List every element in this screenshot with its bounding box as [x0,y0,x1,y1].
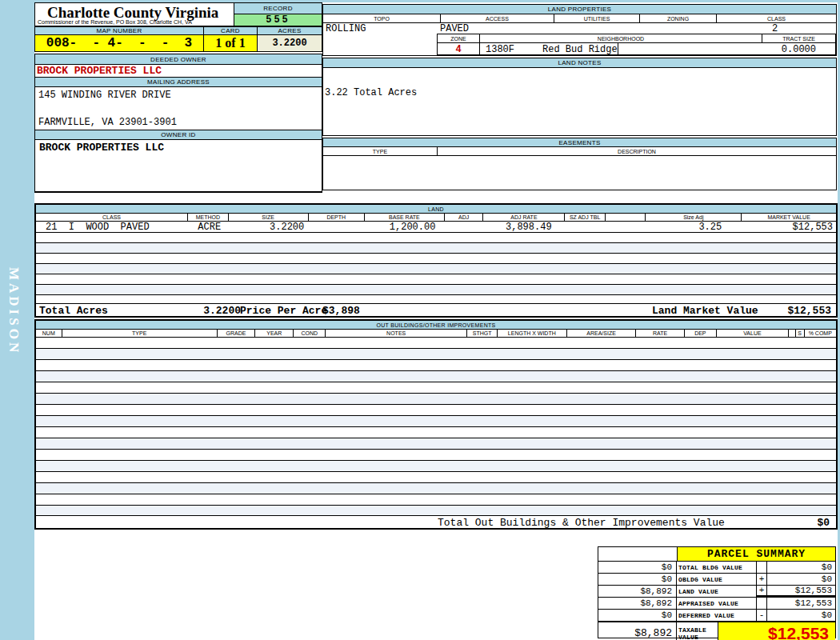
total-acres-value: 3.2200 [156,305,241,317]
deeded-owner-label: DEEDED OWNER [34,54,322,65]
access-value: PAVED [440,23,469,34]
col-tract-size: TRACT SIZE [762,34,835,42]
parcel-summary-table: PARCEL SUMMARY $0 TOTAL BLDG VALUE $0 $0… [598,546,836,638]
out-buildings-title: OUT BUILDINGS/OTHER IMPROVEMENTS [36,321,836,330]
summary-row-total-bldg: $0 TOTAL BLDG VALUE $0 [598,561,835,573]
col-depth: DEPTH [309,214,365,221]
col-easement-description: DESCRIPTION [438,147,836,155]
land-sz-adj-tbl [555,222,593,232]
county-title-box: Charlotte County Virginia Commissioner o… [34,2,234,26]
col-class: CLASS [717,14,836,22]
appraised-value: $12,553 [766,598,835,609]
taxable-left: $8,892 [598,622,677,640]
land-market-value: $12,553 [742,222,836,232]
col-size-adj: Size Adj [646,214,742,221]
parcel-summary-blank-cell [598,547,678,561]
col-s: S [796,330,805,337]
deferred-op: - [757,610,766,621]
col-rate: RATE [636,330,684,337]
col-blank [606,214,646,221]
out-buildings-total-label: Total Out Buildings & Other Improvements… [438,517,725,529]
land-notes-title: LAND NOTES [323,58,836,68]
land-label: LAND VALUE [677,586,757,597]
col-blank [789,330,796,337]
col-neighborhood: NEIGHBORHOOD [480,34,762,42]
obldg-value: $0 [766,574,835,585]
easements-title: EASEMENTS [323,138,836,147]
summary-row-land: $8,892 LAND VALUE + $12,553 [598,585,835,597]
class-value: 2 [714,23,836,34]
land-title: LAND [36,205,836,214]
summary-row-deferred: $0 DEFERRED VALUE - $0 [598,609,835,621]
neighborhood-code: 1380F [480,44,514,55]
col-area-size: AREA/SIZE [567,330,637,337]
col-topo: TOPO [323,14,441,22]
col-sz-adj-tbl: SZ ADJ TBL [565,214,606,221]
col-sthgt: STHGT [467,330,497,337]
col-zone: ZONE [438,34,480,42]
col-year: YEAR [255,330,294,337]
land-empty-rows [36,232,836,306]
card-value: 1 of 1 [203,34,258,52]
taxable-label: TAXABLE VALUE [677,622,718,640]
record-value: 555 [234,14,322,26]
land-market-value-label: Land Market Value [652,305,758,317]
col-easement-type: TYPE [323,147,438,155]
deferred-value: $0 [766,610,835,621]
land-market-value-total: $12,553 [787,305,831,317]
price-per-acre-value: $3,898 [322,305,360,317]
col-length-width: LENGTH X WIDTH [498,330,567,337]
col-size: SIZE [229,214,309,221]
land-depth [306,222,359,232]
appraised-op [757,598,766,609]
taxable-value: $12,553 [718,622,835,640]
land-base-rate: 1,200.00 [360,222,438,232]
total-acres-label: Total Acres [39,305,108,317]
deferred-label: DEFERRED VALUE [677,610,757,621]
col-notes: NOTES [326,330,468,337]
summary-row-taxable: $8,892 TAXABLE VALUE $12,553 [598,621,835,640]
land-totals-row: Total Acres 3.2200 Price Per Acre $3,898… [36,303,836,316]
madison-watermark: MADISON [6,267,22,383]
land-method: ACRE [190,222,228,232]
col-utilities: UTILITIES [554,14,640,22]
col-adj-rate: ADJ RATE [483,214,565,221]
col-base-rate: BASE RATE [365,214,445,221]
col-method: METHOD [188,214,229,221]
out-buildings-empty-rows [36,338,836,517]
land-adj [438,222,474,232]
land-op: + [757,586,766,597]
col-zoning: ZONING [640,14,717,22]
land-class: 21 I WOOD PAVED [36,222,190,232]
topo-value: ROLLING [326,23,366,34]
owner-id-box: BROCK PROPERTIES LLC [34,139,322,193]
col-adj: ADJ [445,214,484,221]
out-buildings-total-value: $0 [817,517,830,529]
total-bldg-value: $0 [766,562,835,573]
summary-row-obldg: $0 OBLDG VALUE + $0 [598,573,835,585]
col-market-value: MARKET VALUE [742,214,836,221]
out-buildings-table: OUT BUILDINGS/OTHER IMPROVEMENTS NUM TYP… [34,319,838,530]
tract-size-value: 0.0000 [618,43,835,55]
acres-value: 3.2200 [257,34,322,52]
land-size-adj: 3.25 [630,222,742,232]
deferred-left: $0 [598,610,677,621]
col-type: TYPE [62,330,218,337]
deeded-owner-value: BROCK PROPERTIES LLC [34,64,322,78]
land-row-1: 21 I WOOD PAVED ACRE 3.2200 1,200.00 3,8… [36,222,836,232]
address-line-2: FARMVILLE, VA 23901-3901 [38,117,177,128]
col-grade: GRADE [218,330,255,337]
land-table: LAND CLASS METHOD SIZE DEPTH BASE RATE A… [34,203,838,318]
obldg-op: + [757,574,766,585]
land-properties-box: LAND PROPERTIES TOPO ACCESS UTILITIES ZO… [322,4,837,56]
owner-id-value: BROCK PROPERTIES LLC [39,142,164,154]
zone-table: ZONE NEIGHBORHOOD TRACT SIZE 4 1380F Red… [437,34,836,55]
property-record-card: MADISON Charlotte County Virginia Commis… [0,0,840,640]
land-adj-rate: 3,898.49 [474,222,555,232]
col-value: VALUE [717,330,789,337]
land-notes-text: 3.22 Total Acres [325,87,417,98]
col-num: NUM [36,330,62,337]
appraised-label: APPRAISED VALUE [677,598,757,609]
summary-row-appraised: $8,892 APPRAISED VALUE $12,553 [598,597,835,609]
record-label: RECORD [234,2,322,14]
